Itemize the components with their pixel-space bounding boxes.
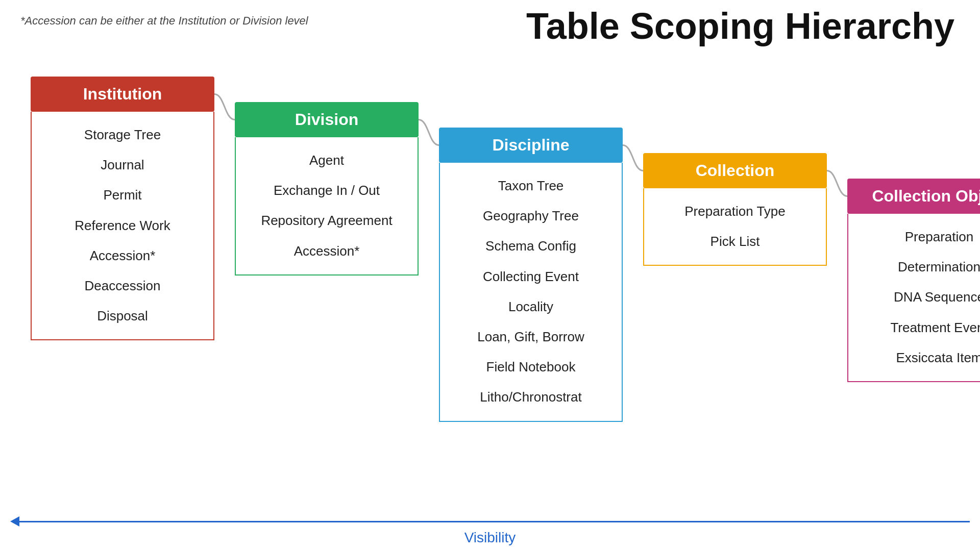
list-item: Reference Work bbox=[69, 211, 175, 241]
col-body-discipline: Taxon TreeGeography TreeSchema ConfigCol… bbox=[439, 163, 623, 422]
list-item: Preparation Type bbox=[679, 196, 791, 227]
visibility-label: Visibility bbox=[464, 530, 516, 546]
list-item: Field Notebook bbox=[481, 352, 581, 382]
list-item: Geography Tree bbox=[478, 201, 584, 231]
list-item: Exsiccata Item bbox=[891, 343, 980, 373]
list-item: Determination bbox=[893, 252, 980, 282]
col-body-collection: Preparation TypePick List bbox=[643, 188, 827, 266]
list-item: Loan, Gift, Borrow bbox=[472, 322, 590, 352]
hierarchy-area: InstitutionStorage TreeJournalPermitRefe… bbox=[31, 77, 970, 422]
col-body-institution: Storage TreeJournalPermitReference WorkA… bbox=[31, 112, 214, 340]
list-item: Accession* bbox=[289, 236, 365, 266]
list-item: Permit bbox=[98, 180, 146, 210]
connector-path bbox=[214, 94, 235, 120]
list-item: Treatment Event bbox=[885, 313, 980, 343]
connector-path bbox=[623, 145, 643, 171]
list-item: Storage Tree bbox=[79, 120, 166, 150]
visibility-area: Visibility bbox=[10, 516, 970, 546]
list-item: Locality bbox=[503, 292, 558, 322]
column-collection-object: Collection ObjectPreparationDeterminatio… bbox=[847, 179, 980, 382]
col-header-collection: Collection bbox=[643, 153, 827, 188]
list-item: Litho/Chronostrat bbox=[475, 382, 586, 412]
column-institution: InstitutionStorage TreeJournalPermitRefe… bbox=[31, 77, 214, 340]
connector-path bbox=[419, 120, 439, 145]
list-item: Agent bbox=[304, 145, 349, 176]
list-item: Journal bbox=[95, 150, 149, 180]
list-item: Taxon Tree bbox=[493, 171, 569, 201]
list-item: Pick List bbox=[705, 227, 765, 257]
col-header-discipline: Discipline bbox=[439, 128, 623, 163]
column-discipline: DisciplineTaxon TreeGeography TreeSchema… bbox=[439, 128, 623, 422]
column-collection: CollectionPreparation TypePick List bbox=[643, 153, 827, 266]
col-body-collection-object: PreparationDeterminationDNA SequenceTrea… bbox=[847, 214, 980, 382]
arrow-shaft bbox=[19, 521, 970, 522]
list-item: Deaccession bbox=[80, 271, 166, 301]
col-body-division: AgentExchange In / OutRepository Agreeme… bbox=[235, 137, 419, 276]
list-item: Disposal bbox=[92, 301, 153, 331]
list-item: DNA Sequence bbox=[889, 282, 980, 312]
list-item: Schema Config bbox=[480, 231, 581, 261]
list-item: Exchange In / Out bbox=[268, 176, 385, 206]
page-container: *Accession can be either at the Institut… bbox=[0, 0, 980, 551]
top-note: *Accession can be either at the Institut… bbox=[20, 14, 308, 28]
list-item: Preparation bbox=[900, 222, 978, 252]
arrow-head bbox=[10, 516, 19, 527]
col-header-institution: Institution bbox=[31, 77, 214, 112]
list-item: Accession* bbox=[85, 241, 161, 271]
list-item: Repository Agreement bbox=[256, 206, 397, 236]
page-title: Table Scoping Hierarchy bbox=[526, 5, 954, 47]
col-header-division: Division bbox=[235, 102, 419, 137]
column-division: DivisionAgentExchange In / OutRepository… bbox=[235, 102, 419, 276]
connector-path bbox=[827, 171, 847, 196]
visibility-arrow bbox=[10, 516, 970, 527]
col-header-collection-object: Collection Object bbox=[847, 179, 980, 214]
list-item: Collecting Event bbox=[478, 262, 584, 292]
